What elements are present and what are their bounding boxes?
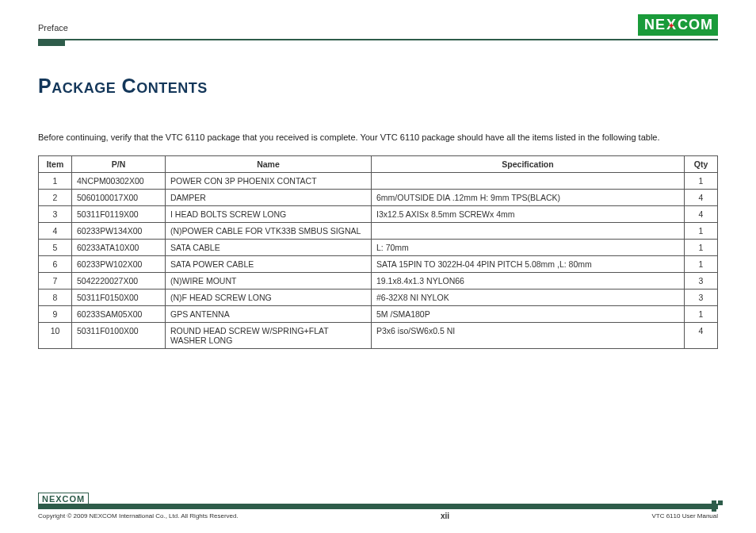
th-item: Item <box>39 155 72 172</box>
cell-item: 7 <box>39 272 72 289</box>
cell-qty: 1 <box>685 222 718 239</box>
cell-pn: 50311F0100X00 <box>72 322 166 348</box>
cell-pn: 60233ATA10X00 <box>72 239 166 255</box>
cell-pn: 5060100017X00 <box>72 189 166 205</box>
table-row: 660233PW102X00SATA POWER CABLESATA 15PIN… <box>39 255 718 272</box>
cell-name: I HEAD BOLTS SCREW LONG <box>166 205 372 222</box>
table-row: 560233ATA10X00SATA CABLEL: 70mm1 <box>39 239 718 255</box>
table-row: 850311F0150X00(N)F HEAD SCREW LONG#6-32X… <box>39 289 718 305</box>
cell-qty: 4 <box>685 322 718 348</box>
table-row: 25060100017X00DAMPER6mm/OUTSIDE DIA .12m… <box>39 189 718 205</box>
cell-pn: 60233PW102X00 <box>72 255 166 272</box>
cell-qty: 3 <box>685 289 718 305</box>
nexcom-logo: NEX✦COM <box>638 14 718 36</box>
table-row: 75042220027X00(N)WIRE MOUNT19.1x8.4x1.3 … <box>39 272 718 289</box>
copyright-text: Copyright © 2009 NEXCOM International Co… <box>38 512 239 520</box>
cell-spec <box>372 222 685 239</box>
cell-pn: 60233SAM05X00 <box>72 305 166 322</box>
cell-qty: 1 <box>685 239 718 255</box>
table-row: 960233SAM05X00GPS ANTENNA5M /SMA180P1 <box>39 305 718 322</box>
cell-pn: 5042220027X00 <box>72 272 166 289</box>
package-contents-table: Item P/N Name Specification Qty 14NCPM00… <box>38 155 718 349</box>
cell-spec: #6-32X8 NI NYLOK <box>372 289 685 305</box>
cell-item: 10 <box>39 322 72 348</box>
cell-name: (N)WIRE MOUNT <box>166 272 372 289</box>
table-row: 14NCPM00302X00POWER CON 3P PHOENIX CONTA… <box>39 172 718 189</box>
intro-paragraph: Before continuing, verify that the VTC 6… <box>38 131 718 144</box>
cell-spec: SATA 15PIN TO 3022H-04 4PIN PITCH 5.08mm… <box>372 255 685 272</box>
cell-spec: P3x6 iso/SW6x0.5 NI <box>372 322 685 348</box>
table-row: 1050311F0100X00ROUND HEAD SCREW W/SPRING… <box>39 322 718 348</box>
cell-spec: I3x12.5 AXISx 8.5mm SCREWx 4mm <box>372 205 685 222</box>
cell-name: SATA POWER CABLE <box>166 255 372 272</box>
cell-name: DAMPER <box>166 189 372 205</box>
cell-name: POWER CON 3P PHOENIX CONTACT <box>166 172 372 189</box>
cell-qty: 1 <box>685 305 718 322</box>
cell-spec <box>372 172 685 189</box>
accent-bar <box>38 40 65 46</box>
cell-item: 6 <box>39 255 72 272</box>
section-label: Preface <box>38 23 68 36</box>
th-name: Name <box>166 155 372 172</box>
cell-qty: 1 <box>685 255 718 272</box>
table-row: 350311F0119X00I HEAD BOLTS SCREW LONGI3x… <box>39 205 718 222</box>
page-title: Package Contents <box>38 75 718 98</box>
cell-item: 2 <box>39 189 72 205</box>
cell-name: ROUND HEAD SCREW W/SPRING+FLAT WASHER LO… <box>166 322 372 348</box>
cell-qty: 4 <box>685 205 718 222</box>
page-number: xii <box>441 512 449 520</box>
cell-spec: 5M /SMA180P <box>372 305 685 322</box>
table-header-row: Item P/N Name Specification Qty <box>39 155 718 172</box>
cell-spec: 19.1x8.4x1.3 NYLON66 <box>372 272 685 289</box>
cell-qty: 3 <box>685 272 718 289</box>
cell-item: 8 <box>39 289 72 305</box>
page-header: Preface NEX✦COM <box>38 14 718 36</box>
header-rule <box>38 39 718 40</box>
cell-item: 3 <box>39 205 72 222</box>
th-pn: P/N <box>72 155 166 172</box>
cell-pn: 50311F0150X00 <box>72 289 166 305</box>
cell-qty: 4 <box>685 189 718 205</box>
cell-qty: 1 <box>685 172 718 189</box>
cell-item: 5 <box>39 239 72 255</box>
cell-name: (N)F HEAD SCREW LONG <box>166 289 372 305</box>
cell-name: (N)POWER CABLE FOR VTK33B SMBUS SIGNAL <box>166 222 372 239</box>
cell-item: 4 <box>39 222 72 239</box>
cell-pn: 50311F0119X00 <box>72 205 166 222</box>
cell-pn: 60233PW134X00 <box>72 222 166 239</box>
doc-name: VTC 6110 User Manual <box>651 512 718 520</box>
cell-name: GPS ANTENNA <box>166 305 372 322</box>
page-footer: NEXCOM Copyright © 2009 NEXCOM Internati… <box>38 504 718 520</box>
cell-item: 9 <box>39 305 72 322</box>
footer-bar <box>38 504 718 509</box>
th-spec: Specification <box>372 155 685 172</box>
cell-name: SATA CABLE <box>166 239 372 255</box>
th-qty: Qty <box>685 155 718 172</box>
cell-spec: L: 70mm <box>372 239 685 255</box>
cell-pn: 4NCPM00302X00 <box>72 172 166 189</box>
table-row: 460233PW134X00(N)POWER CABLE FOR VTK33B … <box>39 222 718 239</box>
cell-item: 1 <box>39 172 72 189</box>
cell-spec: 6mm/OUTSIDE DIA .12mm H: 9mm TPS(BLACK) <box>372 189 685 205</box>
